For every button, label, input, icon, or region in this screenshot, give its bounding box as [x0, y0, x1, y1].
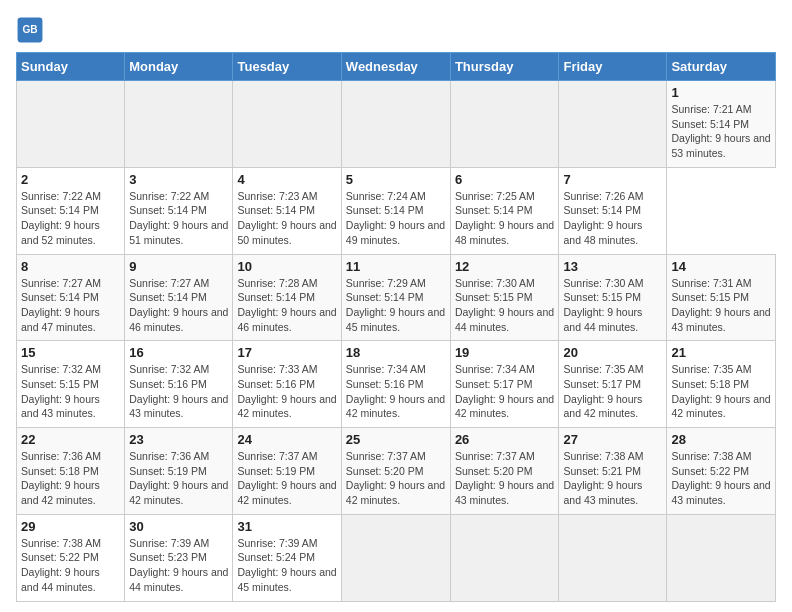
- day-number: 18: [346, 345, 446, 360]
- logo-icon: GB: [16, 16, 44, 44]
- calendar-week-row: 15 Sunrise: 7:32 AMSunset: 5:15 PMDaylig…: [17, 341, 776, 428]
- day-number: 10: [237, 259, 336, 274]
- day-number: 20: [563, 345, 662, 360]
- day-info: Sunrise: 7:37 AMSunset: 5:19 PMDaylight:…: [237, 449, 336, 508]
- day-number: 1: [671, 85, 771, 100]
- day-info: Sunrise: 7:30 AMSunset: 5:15 PMDaylight:…: [455, 276, 555, 335]
- day-number: 6: [455, 172, 555, 187]
- day-number: 30: [129, 519, 228, 534]
- day-info: Sunrise: 7:39 AMSunset: 5:23 PMDaylight:…: [129, 536, 228, 595]
- calendar-day: 4 Sunrise: 7:23 AMSunset: 5:14 PMDayligh…: [233, 167, 341, 254]
- day-number: 28: [671, 432, 771, 447]
- empty-cell: [233, 81, 341, 168]
- calendar-day: 11 Sunrise: 7:29 AMSunset: 5:14 PMDaylig…: [341, 254, 450, 341]
- calendar-day: 23 Sunrise: 7:36 AMSunset: 5:19 PMDaylig…: [125, 428, 233, 515]
- calendar-day: 21 Sunrise: 7:35 AMSunset: 5:18 PMDaylig…: [667, 341, 776, 428]
- calendar-day: 5 Sunrise: 7:24 AMSunset: 5:14 PMDayligh…: [341, 167, 450, 254]
- day-number: 4: [237, 172, 336, 187]
- day-number: 22: [21, 432, 120, 447]
- calendar-day: 29 Sunrise: 7:38 AMSunset: 5:22 PMDaylig…: [17, 514, 125, 601]
- day-number: 7: [563, 172, 662, 187]
- calendar-day: 2 Sunrise: 7:22 AMSunset: 5:14 PMDayligh…: [17, 167, 125, 254]
- day-info: Sunrise: 7:22 AMSunset: 5:14 PMDaylight:…: [129, 189, 228, 248]
- empty-cell: [341, 514, 450, 601]
- day-of-week-header: Sunday: [17, 53, 125, 81]
- day-number: 31: [237, 519, 336, 534]
- day-info: Sunrise: 7:28 AMSunset: 5:14 PMDaylight:…: [237, 276, 336, 335]
- calendar-week-row: 29 Sunrise: 7:38 AMSunset: 5:22 PMDaylig…: [17, 514, 776, 601]
- calendar-day: 15 Sunrise: 7:32 AMSunset: 5:15 PMDaylig…: [17, 341, 125, 428]
- day-info: Sunrise: 7:38 AMSunset: 5:21 PMDaylight:…: [563, 449, 662, 508]
- day-of-week-header: Saturday: [667, 53, 776, 81]
- day-number: 29: [21, 519, 120, 534]
- day-info: Sunrise: 7:33 AMSunset: 5:16 PMDaylight:…: [237, 362, 336, 421]
- empty-cell: [450, 81, 559, 168]
- calendar-day: 12 Sunrise: 7:30 AMSunset: 5:15 PMDaylig…: [450, 254, 559, 341]
- svg-text:GB: GB: [22, 24, 37, 35]
- day-info: Sunrise: 7:29 AMSunset: 5:14 PMDaylight:…: [346, 276, 446, 335]
- day-number: 27: [563, 432, 662, 447]
- day-number: 5: [346, 172, 446, 187]
- calendar-week-row: 22 Sunrise: 7:36 AMSunset: 5:18 PMDaylig…: [17, 428, 776, 515]
- day-number: 13: [563, 259, 662, 274]
- day-info: Sunrise: 7:38 AMSunset: 5:22 PMDaylight:…: [671, 449, 771, 508]
- calendar-day: 26 Sunrise: 7:37 AMSunset: 5:20 PMDaylig…: [450, 428, 559, 515]
- day-number: 19: [455, 345, 555, 360]
- calendar-day: 19 Sunrise: 7:34 AMSunset: 5:17 PMDaylig…: [450, 341, 559, 428]
- empty-cell: [559, 514, 667, 601]
- day-info: Sunrise: 7:25 AMSunset: 5:14 PMDaylight:…: [455, 189, 555, 248]
- day-info: Sunrise: 7:21 AMSunset: 5:14 PMDaylight:…: [671, 102, 771, 161]
- day-number: 3: [129, 172, 228, 187]
- calendar-table: SundayMondayTuesdayWednesdayThursdayFrid…: [16, 52, 776, 602]
- day-info: Sunrise: 7:36 AMSunset: 5:19 PMDaylight:…: [129, 449, 228, 508]
- empty-cell: [667, 514, 776, 601]
- day-of-week-header: Wednesday: [341, 53, 450, 81]
- day-number: 15: [21, 345, 120, 360]
- calendar-day: 28 Sunrise: 7:38 AMSunset: 5:22 PMDaylig…: [667, 428, 776, 515]
- empty-cell: [341, 81, 450, 168]
- day-info: Sunrise: 7:32 AMSunset: 5:16 PMDaylight:…: [129, 362, 228, 421]
- days-of-week-row: SundayMondayTuesdayWednesdayThursdayFrid…: [17, 53, 776, 81]
- calendar-day: 14 Sunrise: 7:31 AMSunset: 5:15 PMDaylig…: [667, 254, 776, 341]
- day-info: Sunrise: 7:38 AMSunset: 5:22 PMDaylight:…: [21, 536, 120, 595]
- day-info: Sunrise: 7:30 AMSunset: 5:15 PMDaylight:…: [563, 276, 662, 335]
- calendar-day: 10 Sunrise: 7:28 AMSunset: 5:14 PMDaylig…: [233, 254, 341, 341]
- day-info: Sunrise: 7:35 AMSunset: 5:18 PMDaylight:…: [671, 362, 771, 421]
- day-info: Sunrise: 7:31 AMSunset: 5:15 PMDaylight:…: [671, 276, 771, 335]
- day-info: Sunrise: 7:34 AMSunset: 5:17 PMDaylight:…: [455, 362, 555, 421]
- calendar-day: 22 Sunrise: 7:36 AMSunset: 5:18 PMDaylig…: [17, 428, 125, 515]
- calendar-week-row: 8 Sunrise: 7:27 AMSunset: 5:14 PMDayligh…: [17, 254, 776, 341]
- empty-cell: [559, 81, 667, 168]
- calendar-day: 24 Sunrise: 7:37 AMSunset: 5:19 PMDaylig…: [233, 428, 341, 515]
- day-number: 12: [455, 259, 555, 274]
- logo: GB: [16, 16, 48, 44]
- calendar-day: 6 Sunrise: 7:25 AMSunset: 5:14 PMDayligh…: [450, 167, 559, 254]
- calendar-day: 3 Sunrise: 7:22 AMSunset: 5:14 PMDayligh…: [125, 167, 233, 254]
- day-of-week-header: Tuesday: [233, 53, 341, 81]
- day-number: 24: [237, 432, 336, 447]
- day-number: 8: [21, 259, 120, 274]
- day-number: 17: [237, 345, 336, 360]
- day-info: Sunrise: 7:39 AMSunset: 5:24 PMDaylight:…: [237, 536, 336, 595]
- calendar-day: 17 Sunrise: 7:33 AMSunset: 5:16 PMDaylig…: [233, 341, 341, 428]
- day-of-week-header: Friday: [559, 53, 667, 81]
- day-number: 23: [129, 432, 228, 447]
- calendar-day: 18 Sunrise: 7:34 AMSunset: 5:16 PMDaylig…: [341, 341, 450, 428]
- day-info: Sunrise: 7:34 AMSunset: 5:16 PMDaylight:…: [346, 362, 446, 421]
- day-number: 26: [455, 432, 555, 447]
- calendar-day: 25 Sunrise: 7:37 AMSunset: 5:20 PMDaylig…: [341, 428, 450, 515]
- empty-cell: [17, 81, 125, 168]
- calendar-day: 9 Sunrise: 7:27 AMSunset: 5:14 PMDayligh…: [125, 254, 233, 341]
- day-number: 25: [346, 432, 446, 447]
- day-info: Sunrise: 7:22 AMSunset: 5:14 PMDaylight:…: [21, 189, 120, 248]
- day-info: Sunrise: 7:36 AMSunset: 5:18 PMDaylight:…: [21, 449, 120, 508]
- calendar-body: 1 Sunrise: 7:21 AMSunset: 5:14 PMDayligh…: [17, 81, 776, 602]
- calendar-day: 1 Sunrise: 7:21 AMSunset: 5:14 PMDayligh…: [667, 81, 776, 168]
- calendar-day: 30 Sunrise: 7:39 AMSunset: 5:23 PMDaylig…: [125, 514, 233, 601]
- calendar-day: 13 Sunrise: 7:30 AMSunset: 5:15 PMDaylig…: [559, 254, 667, 341]
- day-info: Sunrise: 7:27 AMSunset: 5:14 PMDaylight:…: [129, 276, 228, 335]
- calendar-week-row: 2 Sunrise: 7:22 AMSunset: 5:14 PMDayligh…: [17, 167, 776, 254]
- day-info: Sunrise: 7:27 AMSunset: 5:14 PMDaylight:…: [21, 276, 120, 335]
- day-number: 14: [671, 259, 771, 274]
- day-of-week-header: Monday: [125, 53, 233, 81]
